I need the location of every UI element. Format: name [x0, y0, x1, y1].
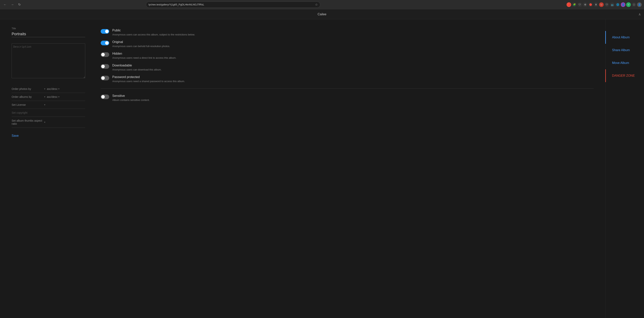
toggle-sensitive-switch[interactable] — [101, 94, 109, 99]
order-albums-asc-dropdown[interactable]: asc/desc ▾ — [47, 95, 60, 98]
toggle-downloadable-title: Downloadable — [112, 64, 594, 67]
title-input[interactable] — [12, 31, 85, 37]
left-column: Title Order photos by ▾ asc/desc ▾ — [12, 27, 85, 310]
ext-icon-6[interactable]: ⬇ — [594, 2, 598, 7]
bookmark-star-icon: ☆ — [315, 3, 318, 6]
forward-button[interactable]: → — [10, 2, 15, 7]
toggle-downloadable-switch[interactable] — [101, 64, 109, 69]
title-label: Title — [12, 27, 85, 30]
order-photos-arrow-icon: ▾ — [44, 88, 45, 90]
toggle-hidden-info: Hidden Anonymous users need a direct lin… — [112, 52, 594, 60]
browser-chrome: ← → ↻ lychee.test/gallery/Yj1g65_PgDLHkn… — [0, 0, 644, 9]
back-button[interactable]: ← — [2, 2, 8, 7]
order-albums-asc-label: asc/desc — [47, 95, 58, 98]
order-albums-arrow-icon: ▾ — [44, 96, 45, 98]
toggle-password-row: Password protected Anonymous users need … — [101, 75, 594, 83]
sensitive-section: Sensitive Album contains sensitive conte… — [101, 94, 594, 102]
save-button[interactable]: Save — [12, 132, 18, 139]
license-arrow-icon: ▾ — [44, 104, 45, 106]
order-albums-row: Order albums by ▾ asc/desc ▾ — [12, 93, 85, 101]
ext-icon-4[interactable]: ⚙ — [583, 2, 588, 7]
toggle-password-desc: Anonymous users need a shared password t… — [112, 80, 594, 83]
address-bar-url: lychee.test/gallery/Yj1g65_PgDLHknNLNGJ7… — [148, 3, 314, 6]
toggle-public-row: Public Anonymous users can access this a… — [101, 29, 594, 36]
toggle-downloadable-info: Downloadable Anonymous users can downloa… — [112, 64, 594, 72]
collapse-button[interactable]: ∧ — [638, 12, 641, 16]
toggle-sensitive-row: Sensitive Album contains sensitive conte… — [101, 94, 594, 102]
toggle-public-slider — [101, 29, 109, 34]
refresh-button[interactable]: ↻ — [17, 2, 22, 7]
order-albums-dropdown[interactable]: ▾ — [44, 96, 45, 98]
toggle-original-desc: Anonymous users can behold full-resoluti… — [112, 44, 594, 48]
toggle-public-desc: Anonymous users can access this album, s… — [112, 33, 594, 36]
toggle-hidden-slider — [101, 52, 109, 57]
toggle-public-switch[interactable] — [101, 29, 109, 34]
toggle-password-title: Password protected — [112, 75, 594, 79]
main-layout: Title Order photos by ▾ asc/desc ▾ — [0, 19, 644, 318]
toggle-hidden-row: Hidden Anonymous users need a direct lin… — [101, 52, 594, 60]
content-area: Title Order photos by ▾ asc/desc ▾ — [0, 19, 605, 318]
app-title: Cailee — [318, 12, 326, 16]
ext-icon-12[interactable]: V — [626, 2, 631, 7]
toggle-hidden-desc: Anonymous users need a direct link to ac… — [112, 56, 594, 60]
toggle-downloadable-row: Downloadable Anonymous users can downloa… — [101, 64, 594, 72]
toggle-sensitive-slider — [101, 94, 109, 99]
toggle-password-switch[interactable] — [101, 76, 109, 80]
ext-icon-7[interactable]: U — [599, 2, 604, 7]
order-albums-label: Order albums by — [12, 95, 42, 98]
toggle-original-slider — [101, 41, 109, 45]
nav-share-album[interactable]: Share Album — [605, 44, 644, 56]
nav-move-album[interactable]: Move Album — [605, 56, 644, 69]
right-column: Public Anonymous users can access this a… — [101, 27, 594, 310]
toggle-sensitive-desc: Album contains sensitive content. — [112, 98, 594, 102]
main-toggles-section: Public Anonymous users can access this a… — [101, 29, 594, 83]
ext-icon-2[interactable]: 🧩 — [572, 2, 576, 7]
ext-icon-10[interactable]: 🌐 — [615, 2, 620, 7]
order-photos-dropdown[interactable]: ▾ — [44, 88, 45, 90]
toggle-hidden-switch[interactable] — [101, 52, 109, 57]
title-group: Title — [12, 27, 85, 37]
order-photos-asc-label: asc/desc — [47, 87, 58, 90]
ext-icon-1[interactable]: 🔴 — [566, 2, 571, 7]
ext-icon-9[interactable]: 📺 — [610, 2, 614, 7]
profile-icon[interactable]: 👤 — [637, 2, 642, 7]
license-row: Set License ▾ — [12, 101, 85, 109]
section-divider — [101, 88, 594, 89]
toggle-password-slider — [101, 76, 109, 80]
toggle-public-title: Public — [112, 29, 594, 32]
description-textarea[interactable] — [12, 44, 85, 78]
sidebar-nav: About Album Share Album Move Album DANGE… — [605, 19, 644, 318]
order-photos-label: Order photos by — [12, 87, 42, 90]
ext-icon-8[interactable]: 🛡 — [604, 2, 609, 7]
ext-icon-13[interactable]: ⬡ — [632, 2, 636, 7]
nav-about-album[interactable]: About Album — [605, 31, 644, 44]
toggle-original-row: Original Anonymous users can behold full… — [101, 40, 594, 48]
toggle-original-title: Original — [112, 40, 594, 44]
app-header: Cailee ∧ — [0, 9, 644, 19]
ext-icon-11[interactable]: 👤 — [621, 2, 626, 7]
toggle-original-info: Original Anonymous users can behold full… — [112, 40, 594, 48]
thumb-ratio-arrow-icon: ▾ — [44, 121, 45, 124]
thumb-ratio-dropdown[interactable]: ▾ — [44, 121, 45, 124]
ext-icon-5[interactable]: 🔴 — [588, 2, 593, 7]
order-albums-asc-arrow-icon: ▾ — [58, 96, 60, 98]
ext-icon-3[interactable]: 🛡 — [578, 2, 582, 7]
toggle-hidden-title: Hidden — [112, 52, 594, 56]
copyright-input[interactable] — [12, 109, 85, 117]
order-photos-asc-dropdown[interactable]: asc/desc ▾ — [47, 87, 60, 90]
order-photos-asc-arrow-icon: ▾ — [58, 88, 60, 90]
toggle-downloadable-slider — [101, 64, 109, 69]
thumb-ratio-row: Set album thumbs aspect ratio ▾ — [12, 117, 85, 128]
nav-danger-zone[interactable]: DANGER ZONE — [605, 69, 644, 82]
toggle-downloadable-desc: Anonymous users can download this album. — [112, 68, 594, 72]
license-dropdown[interactable]: ▾ — [44, 104, 45, 106]
toggle-original-switch[interactable] — [101, 41, 109, 45]
thumb-ratio-label: Set album thumbs aspect ratio — [12, 119, 42, 125]
order-photos-row: Order photos by ▾ asc/desc ▾ — [12, 85, 85, 93]
toggle-password-info: Password protected Anonymous users need … — [112, 75, 594, 83]
toggle-sensitive-info: Sensitive Album contains sensitive conte… — [112, 94, 594, 102]
address-bar[interactable]: lychee.test/gallery/Yj1g65_PgDLHknNLNGJ7… — [146, 2, 320, 8]
browser-extensions: 🔴 🧩 🛡 ⚙ 🔴 ⬇ U 🛡 📺 🌐 👤 V ⬡ 👤 — [566, 2, 642, 7]
toggle-sensitive-title: Sensitive — [112, 94, 594, 98]
toggle-public-info: Public Anonymous users can access this a… — [112, 29, 594, 36]
